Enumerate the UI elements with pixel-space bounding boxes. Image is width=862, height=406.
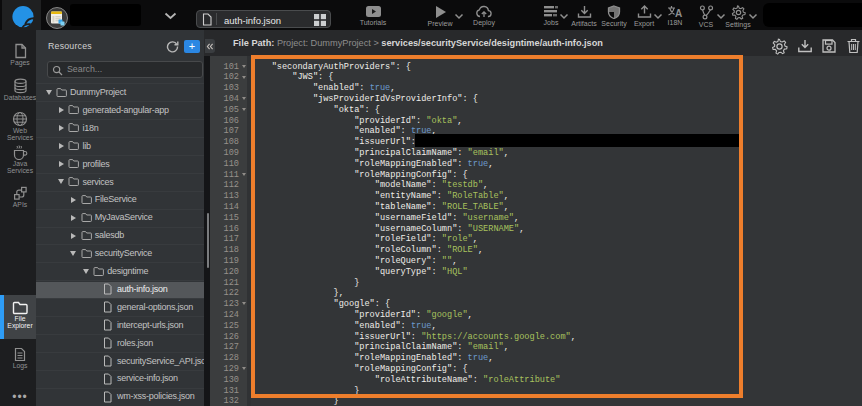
svg-text:A: A [675,8,682,18]
